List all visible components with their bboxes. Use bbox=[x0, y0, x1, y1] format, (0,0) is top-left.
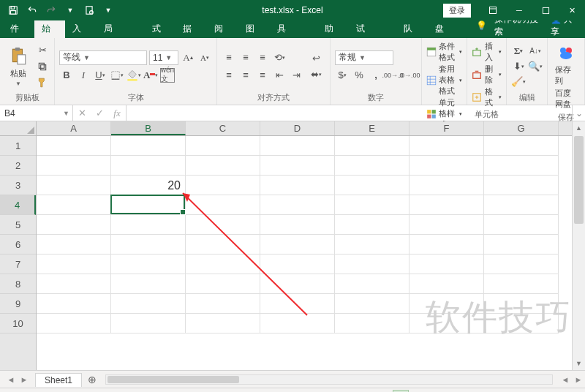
merge-icon[interactable]: ⬌▾ bbox=[306, 67, 325, 82]
add-sheet-icon[interactable]: ⊕ bbox=[85, 374, 99, 385]
align-right-icon[interactable]: ≡ bbox=[255, 68, 270, 83]
row-header-9[interactable]: 9 bbox=[0, 294, 36, 314]
qat-more-icon[interactable]: ▼ bbox=[61, 1, 79, 19]
cell-E2[interactable] bbox=[335, 156, 410, 176]
indent-inc-icon[interactable]: ⇥ bbox=[289, 68, 303, 83]
cell-A2[interactable] bbox=[37, 156, 111, 176]
save-icon[interactable] bbox=[4, 1, 22, 19]
dec-decimal-icon[interactable]: .0→.00 bbox=[402, 68, 417, 83]
cell-D3[interactable] bbox=[260, 176, 335, 195]
cell-A10[interactable] bbox=[37, 314, 111, 333]
cell-C3[interactable] bbox=[186, 176, 260, 195]
cell-E4[interactable] bbox=[335, 195, 410, 215]
cell-A4[interactable] bbox=[37, 195, 111, 215]
cell-G1[interactable] bbox=[484, 136, 559, 156]
decrease-font-icon[interactable]: A▾ bbox=[197, 50, 212, 65]
underline-icon[interactable]: U▾ bbox=[93, 68, 107, 83]
select-all-corner[interactable] bbox=[0, 121, 37, 136]
paste-button[interactable]: 粘贴 ▼ bbox=[4, 41, 32, 91]
font-name-combo[interactable]: 等线▼ bbox=[59, 50, 147, 65]
view-layout-icon[interactable] bbox=[415, 390, 431, 393]
hscroll-left-icon[interactable]: ◄ bbox=[559, 375, 572, 384]
cell-C2[interactable] bbox=[186, 156, 260, 176]
autosum-icon[interactable]: Σ▾ bbox=[511, 44, 526, 59]
col-header-E[interactable]: E bbox=[335, 121, 410, 135]
format-as-table-button[interactable]: 套用表格格式▾ bbox=[426, 64, 462, 97]
insert-cells-button[interactable]: 插入▾ bbox=[472, 41, 502, 63]
border-icon[interactable]: ▾ bbox=[110, 68, 124, 83]
cell-B6[interactable] bbox=[111, 235, 186, 255]
baidu-save-button[interactable]: 保存到 百度网盘 bbox=[552, 41, 580, 111]
cell-C8[interactable] bbox=[186, 274, 260, 294]
align-left-icon[interactable]: ≡ bbox=[222, 68, 236, 83]
cell-D1[interactable] bbox=[260, 136, 335, 156]
conditional-format-button[interactable]: 条件格式▾ bbox=[426, 41, 462, 63]
cell-F5[interactable] bbox=[410, 215, 484, 235]
row-header-5[interactable]: 5 bbox=[0, 215, 36, 235]
font-size-combo[interactable]: 11▼ bbox=[149, 50, 178, 65]
cell-G5[interactable] bbox=[484, 215, 559, 235]
cell-B5[interactable] bbox=[111, 215, 186, 235]
inc-decimal-icon[interactable]: .00→.0 bbox=[385, 68, 400, 83]
cell-A8[interactable] bbox=[37, 274, 111, 294]
cell-B2[interactable] bbox=[111, 156, 186, 176]
cell-D9[interactable] bbox=[260, 294, 335, 314]
cell-B7[interactable] bbox=[111, 255, 186, 274]
cell-G10[interactable] bbox=[484, 314, 559, 333]
comma-icon[interactable]: , bbox=[369, 68, 383, 83]
align-top-icon[interactable]: ≡ bbox=[222, 50, 236, 65]
fx-icon[interactable]: fx bbox=[108, 106, 126, 121]
view-normal-icon[interactable] bbox=[393, 390, 409, 393]
sheet-tab[interactable]: Sheet1 bbox=[35, 373, 82, 387]
cell-G4[interactable] bbox=[484, 195, 559, 215]
cell-A3[interactable] bbox=[37, 176, 111, 195]
cell-E5[interactable] bbox=[335, 215, 410, 235]
enter-formula-icon[interactable]: ✓ bbox=[91, 106, 108, 121]
cell-E9[interactable] bbox=[335, 294, 410, 314]
col-header-A[interactable]: A bbox=[37, 121, 111, 135]
cell-F3[interactable] bbox=[410, 176, 484, 195]
row-header-6[interactable]: 6 bbox=[0, 235, 36, 255]
row-header-8[interactable]: 8 bbox=[0, 274, 36, 294]
cell-B10[interactable] bbox=[111, 314, 186, 333]
cell-D10[interactable] bbox=[260, 314, 335, 333]
percent-icon[interactable]: % bbox=[352, 68, 366, 83]
minimize-icon[interactable]: ─ bbox=[506, 0, 532, 20]
col-header-B[interactable]: B bbox=[111, 121, 186, 135]
sheet-nav-next-icon[interactable]: ► bbox=[18, 375, 31, 384]
format-painter-icon[interactable] bbox=[35, 75, 50, 90]
hscroll-right-icon[interactable]: ► bbox=[572, 375, 585, 384]
cell-E1[interactable] bbox=[335, 136, 410, 156]
cell-B3[interactable]: 20 bbox=[111, 176, 186, 195]
bold-icon[interactable]: B bbox=[59, 68, 74, 83]
cell-C7[interactable] bbox=[186, 255, 260, 274]
col-header-C[interactable]: C bbox=[186, 121, 260, 135]
view-pagebreak-icon[interactable] bbox=[437, 390, 453, 393]
row-header-10[interactable]: 10 bbox=[0, 314, 36, 333]
cell-A6[interactable] bbox=[37, 235, 111, 255]
ribbon-options-icon[interactable] bbox=[480, 0, 506, 20]
row-header-4[interactable]: 4 bbox=[0, 195, 36, 215]
cell-D6[interactable] bbox=[260, 235, 335, 255]
cell-E7[interactable] bbox=[335, 255, 410, 274]
cell-G8[interactable] bbox=[484, 274, 559, 294]
indent-dec-icon[interactable]: ⇤ bbox=[272, 68, 287, 83]
cell-C6[interactable] bbox=[186, 235, 260, 255]
formula-input[interactable] bbox=[127, 105, 572, 121]
cell-D5[interactable] bbox=[260, 215, 335, 235]
maximize-icon[interactable] bbox=[532, 0, 559, 20]
cell-D4[interactable] bbox=[260, 195, 335, 215]
cell-G7[interactable] bbox=[484, 255, 559, 274]
cell-F2[interactable] bbox=[410, 156, 484, 176]
cell-C4[interactable] bbox=[186, 195, 260, 215]
cell-A9[interactable] bbox=[37, 294, 111, 314]
clear-icon[interactable]: 🧹▾ bbox=[511, 75, 526, 89]
cell-B4[interactable] bbox=[111, 195, 186, 215]
cell-F6[interactable] bbox=[410, 235, 484, 255]
cell-F4[interactable] bbox=[410, 195, 484, 215]
qat-dropdown-icon[interactable]: ▼ bbox=[99, 1, 117, 19]
row-header-3[interactable]: 3 bbox=[0, 176, 36, 195]
cell-B8[interactable] bbox=[111, 274, 186, 294]
cell-A7[interactable] bbox=[37, 255, 111, 274]
cell-E8[interactable] bbox=[335, 274, 410, 294]
